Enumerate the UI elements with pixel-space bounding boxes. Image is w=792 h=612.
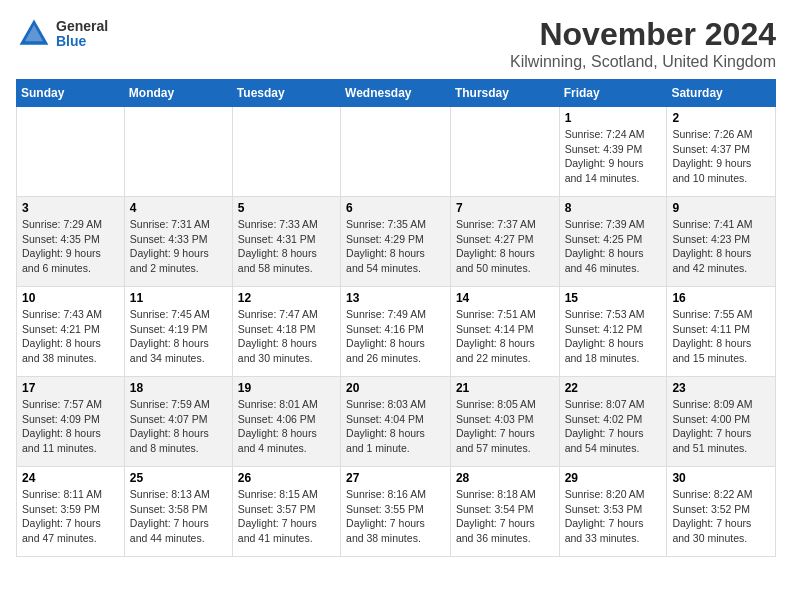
calendar-cell: 3Sunrise: 7:29 AM Sunset: 4:35 PM Daylig… <box>17 197 125 287</box>
day-number: 30 <box>672 471 770 485</box>
day-info: Sunrise: 7:33 AM Sunset: 4:31 PM Dayligh… <box>238 217 335 276</box>
day-info: Sunrise: 8:22 AM Sunset: 3:52 PM Dayligh… <box>672 487 770 546</box>
day-info: Sunrise: 7:24 AM Sunset: 4:39 PM Dayligh… <box>565 127 662 186</box>
day-number: 14 <box>456 291 554 305</box>
day-info: Sunrise: 7:43 AM Sunset: 4:21 PM Dayligh… <box>22 307 119 366</box>
location: Kilwinning, Scotland, United Kingdom <box>510 53 776 71</box>
header-sunday: Sunday <box>17 80 125 107</box>
header-tuesday: Tuesday <box>232 80 340 107</box>
day-info: Sunrise: 8:07 AM Sunset: 4:02 PM Dayligh… <box>565 397 662 456</box>
day-info: Sunrise: 8:13 AM Sunset: 3:58 PM Dayligh… <box>130 487 227 546</box>
calendar-cell: 13Sunrise: 7:49 AM Sunset: 4:16 PM Dayli… <box>341 287 451 377</box>
calendar-cell: 22Sunrise: 8:07 AM Sunset: 4:02 PM Dayli… <box>559 377 667 467</box>
header-saturday: Saturday <box>667 80 776 107</box>
calendar-week-4: 24Sunrise: 8:11 AM Sunset: 3:59 PM Dayli… <box>17 467 776 557</box>
calendar-week-0: 1Sunrise: 7:24 AM Sunset: 4:39 PM Daylig… <box>17 107 776 197</box>
day-info: Sunrise: 7:57 AM Sunset: 4:09 PM Dayligh… <box>22 397 119 456</box>
calendar-cell <box>124 107 232 197</box>
calendar-cell <box>232 107 340 197</box>
day-number: 2 <box>672 111 770 125</box>
day-number: 18 <box>130 381 227 395</box>
day-info: Sunrise: 7:51 AM Sunset: 4:14 PM Dayligh… <box>456 307 554 366</box>
calendar-cell: 26Sunrise: 8:15 AM Sunset: 3:57 PM Dayli… <box>232 467 340 557</box>
day-info: Sunrise: 7:31 AM Sunset: 4:33 PM Dayligh… <box>130 217 227 276</box>
calendar-cell: 24Sunrise: 8:11 AM Sunset: 3:59 PM Dayli… <box>17 467 125 557</box>
day-number: 5 <box>238 201 335 215</box>
day-number: 8 <box>565 201 662 215</box>
calendar-cell: 18Sunrise: 7:59 AM Sunset: 4:07 PM Dayli… <box>124 377 232 467</box>
header-friday: Friday <box>559 80 667 107</box>
header-monday: Monday <box>124 80 232 107</box>
day-number: 26 <box>238 471 335 485</box>
day-number: 3 <box>22 201 119 215</box>
calendar-body: 1Sunrise: 7:24 AM Sunset: 4:39 PM Daylig… <box>17 107 776 557</box>
day-info: Sunrise: 7:49 AM Sunset: 4:16 PM Dayligh… <box>346 307 445 366</box>
calendar-header: Sunday Monday Tuesday Wednesday Thursday… <box>17 80 776 107</box>
calendar-cell: 12Sunrise: 7:47 AM Sunset: 4:18 PM Dayli… <box>232 287 340 377</box>
calendar-cell: 6Sunrise: 7:35 AM Sunset: 4:29 PM Daylig… <box>341 197 451 287</box>
day-number: 4 <box>130 201 227 215</box>
day-number: 24 <box>22 471 119 485</box>
calendar-cell: 28Sunrise: 8:18 AM Sunset: 3:54 PM Dayli… <box>450 467 559 557</box>
calendar-cell: 10Sunrise: 7:43 AM Sunset: 4:21 PM Dayli… <box>17 287 125 377</box>
day-info: Sunrise: 8:18 AM Sunset: 3:54 PM Dayligh… <box>456 487 554 546</box>
calendar-cell: 27Sunrise: 8:16 AM Sunset: 3:55 PM Dayli… <box>341 467 451 557</box>
day-number: 25 <box>130 471 227 485</box>
calendar-cell: 2Sunrise: 7:26 AM Sunset: 4:37 PM Daylig… <box>667 107 776 197</box>
calendar-cell: 4Sunrise: 7:31 AM Sunset: 4:33 PM Daylig… <box>124 197 232 287</box>
calendar-cell: 16Sunrise: 7:55 AM Sunset: 4:11 PM Dayli… <box>667 287 776 377</box>
day-info: Sunrise: 7:59 AM Sunset: 4:07 PM Dayligh… <box>130 397 227 456</box>
day-info: Sunrise: 7:45 AM Sunset: 4:19 PM Dayligh… <box>130 307 227 366</box>
page-header: General Blue November 2024 Kilwinning, S… <box>16 16 776 71</box>
day-number: 20 <box>346 381 445 395</box>
calendar-cell: 8Sunrise: 7:39 AM Sunset: 4:25 PM Daylig… <box>559 197 667 287</box>
day-info: Sunrise: 7:39 AM Sunset: 4:25 PM Dayligh… <box>565 217 662 276</box>
calendar-cell <box>17 107 125 197</box>
day-number: 27 <box>346 471 445 485</box>
day-number: 11 <box>130 291 227 305</box>
header-wednesday: Wednesday <box>341 80 451 107</box>
logo-text: General Blue <box>56 19 108 50</box>
calendar-cell: 15Sunrise: 7:53 AM Sunset: 4:12 PM Dayli… <box>559 287 667 377</box>
calendar-cell: 1Sunrise: 7:24 AM Sunset: 4:39 PM Daylig… <box>559 107 667 197</box>
day-info: Sunrise: 7:35 AM Sunset: 4:29 PM Dayligh… <box>346 217 445 276</box>
logo-icon <box>16 16 52 52</box>
day-info: Sunrise: 7:41 AM Sunset: 4:23 PM Dayligh… <box>672 217 770 276</box>
calendar-cell: 7Sunrise: 7:37 AM Sunset: 4:27 PM Daylig… <box>450 197 559 287</box>
day-number: 15 <box>565 291 662 305</box>
day-number: 23 <box>672 381 770 395</box>
day-number: 10 <box>22 291 119 305</box>
calendar-cell: 5Sunrise: 7:33 AM Sunset: 4:31 PM Daylig… <box>232 197 340 287</box>
logo-blue-text: Blue <box>56 34 108 49</box>
day-info: Sunrise: 7:53 AM Sunset: 4:12 PM Dayligh… <box>565 307 662 366</box>
day-number: 19 <box>238 381 335 395</box>
calendar-cell: 14Sunrise: 7:51 AM Sunset: 4:14 PM Dayli… <box>450 287 559 377</box>
day-number: 16 <box>672 291 770 305</box>
day-info: Sunrise: 8:03 AM Sunset: 4:04 PM Dayligh… <box>346 397 445 456</box>
logo-general-text: General <box>56 19 108 34</box>
day-number: 17 <box>22 381 119 395</box>
day-number: 7 <box>456 201 554 215</box>
day-number: 6 <box>346 201 445 215</box>
day-info: Sunrise: 8:16 AM Sunset: 3:55 PM Dayligh… <box>346 487 445 546</box>
title-block: November 2024 Kilwinning, Scotland, Unit… <box>510 16 776 71</box>
calendar-cell <box>341 107 451 197</box>
calendar-cell: 21Sunrise: 8:05 AM Sunset: 4:03 PM Dayli… <box>450 377 559 467</box>
day-info: Sunrise: 7:26 AM Sunset: 4:37 PM Dayligh… <box>672 127 770 186</box>
calendar-cell: 19Sunrise: 8:01 AM Sunset: 4:06 PM Dayli… <box>232 377 340 467</box>
day-info: Sunrise: 7:29 AM Sunset: 4:35 PM Dayligh… <box>22 217 119 276</box>
day-info: Sunrise: 7:37 AM Sunset: 4:27 PM Dayligh… <box>456 217 554 276</box>
day-info: Sunrise: 8:05 AM Sunset: 4:03 PM Dayligh… <box>456 397 554 456</box>
day-number: 12 <box>238 291 335 305</box>
calendar-week-2: 10Sunrise: 7:43 AM Sunset: 4:21 PM Dayli… <box>17 287 776 377</box>
day-info: Sunrise: 8:11 AM Sunset: 3:59 PM Dayligh… <box>22 487 119 546</box>
day-info: Sunrise: 8:01 AM Sunset: 4:06 PM Dayligh… <box>238 397 335 456</box>
month-title: November 2024 <box>510 16 776 53</box>
day-number: 22 <box>565 381 662 395</box>
day-number: 1 <box>565 111 662 125</box>
calendar-cell: 23Sunrise: 8:09 AM Sunset: 4:00 PM Dayli… <box>667 377 776 467</box>
calendar-cell: 25Sunrise: 8:13 AM Sunset: 3:58 PM Dayli… <box>124 467 232 557</box>
calendar-cell: 29Sunrise: 8:20 AM Sunset: 3:53 PM Dayli… <box>559 467 667 557</box>
day-number: 28 <box>456 471 554 485</box>
day-info: Sunrise: 8:09 AM Sunset: 4:00 PM Dayligh… <box>672 397 770 456</box>
